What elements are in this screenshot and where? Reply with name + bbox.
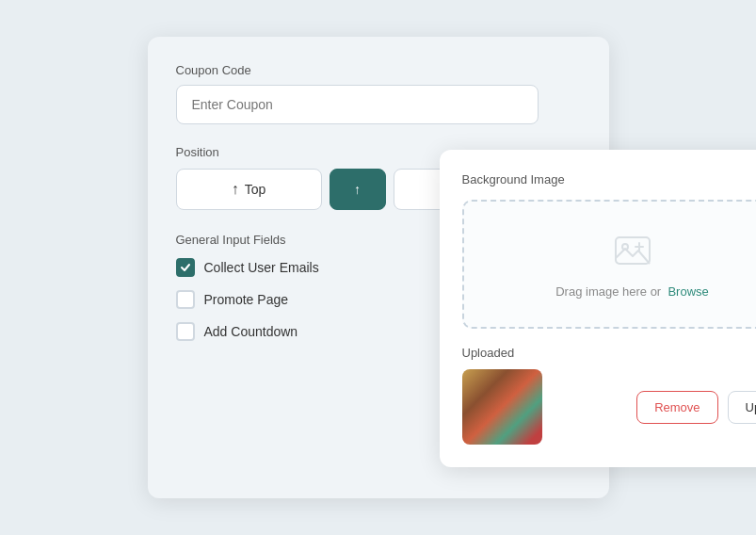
drag-text: Drag image here or [555, 284, 661, 299]
remove-button[interactable]: Remove [636, 391, 717, 424]
image-upload-icon [612, 230, 653, 275]
pos-btn-top-small[interactable]: ↑ [330, 169, 386, 210]
checkmark-icon [180, 262, 191, 273]
browse-link[interactable]: Browse [668, 284, 708, 299]
promote-label: Promote Page [204, 292, 289, 307]
update-button[interactable]: Update [728, 391, 756, 424]
arrow-up-small-icon: ↑ [354, 182, 361, 197]
thumbnail-image [462, 369, 542, 445]
checkbox-countdown[interactable] [176, 322, 195, 341]
uploaded-label: Uploaded [462, 346, 757, 360]
uploaded-actions: Remove Update [636, 391, 756, 424]
pos-top-label: Top [245, 182, 266, 197]
checkbox-promote[interactable] [176, 290, 195, 309]
dropzone-text: Drag image here or Browse [555, 284, 709, 299]
background-image-panel: Background Image Drag image here or Brow… [440, 150, 757, 467]
emails-label: Collect User Emails [204, 260, 319, 275]
coupon-input[interactable] [176, 85, 539, 124]
svg-rect-0 [616, 237, 650, 264]
arrow-up-icon: ↑ [232, 181, 239, 198]
bg-panel-title: Background Image [462, 172, 757, 186]
uploaded-thumbnail [462, 369, 542, 445]
main-panel: Coupon Code Position ↑ Top ↑ ↓ Bottom ↓ … [148, 37, 609, 498]
checkbox-emails[interactable] [176, 258, 195, 277]
pos-btn-top[interactable]: ↑ Top [176, 169, 322, 210]
uploaded-row: Remove Update [462, 369, 757, 445]
countdown-label: Add Countdown [204, 324, 298, 339]
coupon-label: Coupon Code [176, 63, 581, 77]
dropzone[interactable]: Drag image here or Browse [462, 200, 757, 329]
